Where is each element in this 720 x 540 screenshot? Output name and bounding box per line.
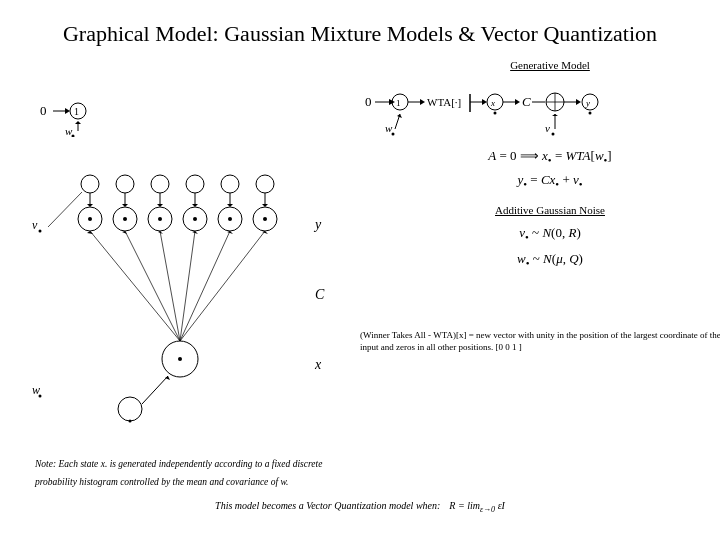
- svg-point-93: [193, 217, 197, 221]
- formula-v: v• ~ N(0, R): [360, 221, 720, 247]
- svg-text:y: y: [313, 217, 322, 232]
- formula-a: A = 0 ⟹ x• = WTA[w•]: [360, 145, 720, 169]
- svg-marker-32: [552, 114, 558, 116]
- gmm-diagram: v w y C x: [30, 124, 360, 438]
- svg-point-68: [118, 397, 142, 421]
- svg-point-43: [39, 229, 42, 232]
- svg-marker-85: [192, 204, 198, 207]
- page-title: Graphical Model: Gaussian Mixture Models…: [30, 20, 690, 49]
- additive-noise-section: Additive Gaussian Noise v• ~ N(0, R) w• …: [360, 204, 720, 273]
- svg-marker-79: [87, 204, 93, 207]
- generative-model-section: Generative Model 0 1 WTA[·]: [360, 59, 720, 193]
- noise-formulas: v• ~ N(0, R) w• ~ N(μ, Q): [360, 221, 720, 273]
- svg-point-22: [582, 94, 598, 110]
- generative-label: Generative Model: [360, 59, 720, 71]
- svg-line-97: [48, 192, 82, 227]
- svg-line-58: [160, 231, 180, 341]
- limit-formula: R = limε→0 εI: [449, 500, 505, 511]
- svg-point-10: [487, 94, 503, 110]
- svg-point-73: [116, 175, 134, 193]
- svg-marker-63: [122, 231, 127, 234]
- svg-text:v: v: [545, 122, 550, 134]
- svg-marker-89: [262, 204, 268, 207]
- svg-point-72: [81, 175, 99, 193]
- svg-point-94: [228, 217, 232, 221]
- svg-point-91: [123, 217, 127, 221]
- svg-marker-81: [122, 204, 128, 207]
- svg-text:x: x: [490, 98, 495, 108]
- svg-text:1: 1: [396, 98, 401, 108]
- svg-point-77: [256, 175, 274, 193]
- svg-text:1: 1: [74, 106, 79, 117]
- svg-text:y: y: [585, 98, 590, 108]
- svg-marker-71: [165, 376, 170, 380]
- generative-formulas: A = 0 ⟹ x• = WTA[w•] y• = Cx• + v•: [360, 145, 720, 193]
- svg-point-76: [221, 175, 239, 193]
- svg-text:v: v: [32, 218, 38, 232]
- svg-marker-35: [65, 108, 70, 114]
- svg-point-12: [494, 111, 497, 114]
- svg-marker-62: [87, 231, 93, 234]
- bottom-model-text: This model becomes a Vector Quantization…: [30, 495, 690, 514]
- svg-marker-28: [397, 114, 402, 118]
- svg-marker-83: [157, 204, 163, 207]
- bottom-note: Note: Each state x. is generated indepen…: [35, 453, 335, 489]
- svg-point-69: [129, 419, 132, 422]
- svg-point-95: [263, 217, 267, 221]
- svg-marker-14: [515, 99, 520, 105]
- svg-line-56: [90, 231, 180, 341]
- svg-point-30: [552, 132, 555, 135]
- svg-text:C: C: [522, 94, 531, 109]
- svg-point-75: [186, 175, 204, 193]
- wta-section: (Winner Takes All - WTA)[x] = new vector…: [360, 329, 720, 354]
- svg-marker-87: [227, 204, 233, 207]
- svg-line-57: [125, 231, 180, 341]
- svg-marker-5: [420, 99, 425, 105]
- svg-text:C: C: [315, 287, 325, 302]
- slide: Graphical Model: Gaussian Mixture Models…: [0, 0, 720, 540]
- gmm-network-svg: v w y C x: [30, 124, 360, 434]
- svg-line-70: [142, 376, 168, 404]
- wta-description: (Winner Takes All - WTA)[x] = new vector…: [360, 329, 720, 354]
- svg-point-26: [392, 132, 395, 135]
- svg-marker-66: [227, 231, 233, 234]
- svg-point-92: [158, 217, 162, 221]
- top-graphical-model: 0 1 WTA[·] x: [360, 74, 720, 139]
- svg-marker-21: [576, 99, 581, 105]
- svg-marker-9: [482, 99, 487, 105]
- svg-text:0: 0: [40, 103, 47, 118]
- svg-point-90: [88, 217, 92, 221]
- svg-text:0: 0: [365, 94, 372, 109]
- additive-label: Additive Gaussian Noise: [360, 204, 720, 216]
- svg-point-45: [39, 394, 42, 397]
- formula-w: w• ~ N(μ, Q): [360, 247, 720, 273]
- svg-text:WTA[·]: WTA[·]: [427, 96, 461, 108]
- svg-point-74: [151, 175, 169, 193]
- svg-point-24: [589, 111, 592, 114]
- formula-y: y• = Cx• + v•: [360, 169, 720, 193]
- svg-point-96: [178, 357, 182, 361]
- svg-text:x: x: [314, 357, 322, 372]
- svg-text:w: w: [385, 122, 393, 134]
- svg-text:w: w: [32, 383, 40, 397]
